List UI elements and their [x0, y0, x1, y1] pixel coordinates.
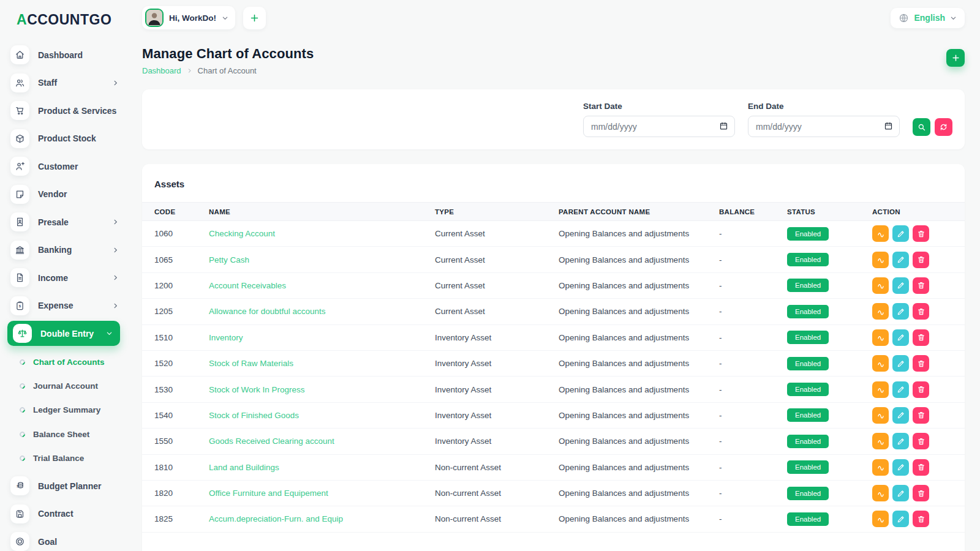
- sidebar-item-banking[interactable]: Banking: [0, 236, 130, 264]
- transactions-button[interactable]: [872, 485, 889, 501]
- edit-button[interactable]: [892, 407, 909, 424]
- parent-account-name: Opening Balances and adjustments: [559, 307, 719, 316]
- account-name-link[interactable]: Stock of Raw Materials: [209, 359, 293, 368]
- transactions-button[interactable]: [872, 407, 889, 424]
- sidebar-item-budget-planner[interactable]: $ Budget Planner: [0, 472, 130, 500]
- parent-account-name: Opening Balances and adjustments: [559, 489, 719, 498]
- trash-delete-icon: [917, 489, 925, 498]
- transactions-button[interactable]: [872, 252, 889, 268]
- trash-delete-icon: [917, 385, 925, 394]
- delete-button[interactable]: [913, 433, 929, 449]
- edit-button[interactable]: [892, 277, 909, 294]
- edit-button[interactable]: [892, 329, 909, 346]
- account-name-link[interactable]: Stock of Work In Progress: [209, 385, 305, 394]
- users-icon: [10, 73, 29, 92]
- transactions-button[interactable]: [872, 459, 889, 476]
- delete-button[interactable]: [913, 303, 929, 320]
- start-date-input[interactable]: [583, 116, 735, 137]
- account-type: Inventory Asset: [435, 385, 559, 394]
- sidebar-item-dashboard[interactable]: Dashboard: [0, 41, 130, 69]
- account-name-link[interactable]: Account Receivables: [209, 281, 286, 290]
- sidebar-subitem-balance-sheet[interactable]: Balance Sheet: [0, 422, 130, 446]
- sidebar-item-label: Budget Planner: [38, 481, 101, 491]
- sidebar-subitem-trial-balance[interactable]: Trial Balance: [0, 446, 130, 470]
- sidebar-item-presale[interactable]: Presale: [0, 208, 130, 236]
- end-date-input[interactable]: [748, 116, 900, 137]
- delete-button[interactable]: [913, 459, 929, 476]
- delete-button[interactable]: [913, 511, 929, 527]
- transactions-button[interactable]: [872, 303, 889, 320]
- account-name-link[interactable]: Goods Received Clearing account: [209, 437, 334, 446]
- delete-button[interactable]: [913, 407, 929, 424]
- sidebar-subitem-journal-account[interactable]: Journal Account: [0, 374, 130, 398]
- delete-button[interactable]: [913, 381, 929, 398]
- account-name-link[interactable]: Stock of Finished Goods: [209, 411, 299, 420]
- wave-transactions-icon: [876, 489, 885, 498]
- edit-button[interactable]: [892, 355, 909, 372]
- delete-button[interactable]: [913, 225, 929, 242]
- search-button[interactable]: [913, 118, 930, 136]
- sidebar-subitem-chart-of-accounts[interactable]: Chart of Accounts: [0, 350, 130, 374]
- sidebar-item-contract[interactable]: Contract: [0, 500, 130, 528]
- edit-button[interactable]: [892, 459, 909, 476]
- delete-button[interactable]: [913, 485, 929, 501]
- account-name-link[interactable]: Petty Cash: [209, 255, 249, 264]
- reset-button[interactable]: [935, 118, 952, 136]
- sidebar-item-expense[interactable]: $ Expense: [0, 292, 130, 320]
- sidebar-subitem-ledger-summary[interactable]: Ledger Summary: [0, 398, 130, 422]
- account-name-link[interactable]: Inventory: [209, 333, 243, 342]
- account-name-link[interactable]: Accum.depreciation-Furn. and Equip: [209, 514, 343, 523]
- edit-button[interactable]: [892, 485, 909, 501]
- edit-button[interactable]: [892, 252, 909, 268]
- sidebar-item-product-stock[interactable]: Product Stock: [0, 125, 130, 153]
- trash-delete-icon: [917, 437, 925, 446]
- account-code: 1200: [154, 281, 209, 290]
- edit-button[interactable]: [892, 303, 909, 320]
- status-badge: Enabled: [787, 357, 829, 370]
- edit-button[interactable]: [892, 225, 909, 242]
- edit-button[interactable]: [892, 381, 909, 398]
- transactions-button[interactable]: [872, 433, 889, 449]
- table-body: 1060 Checking Account Current Asset Open…: [142, 221, 965, 533]
- delete-button[interactable]: [913, 329, 929, 346]
- account-name-link[interactable]: Office Furniture and Equipement: [209, 489, 328, 498]
- edit-button[interactable]: [892, 433, 909, 449]
- chevron-right-icon: [112, 274, 119, 281]
- sidebar-item-goal[interactable]: Goal: [0, 528, 130, 551]
- user-menu[interactable]: Hi, WorkDo!: [142, 6, 235, 29]
- delete-button[interactable]: [913, 277, 929, 294]
- pencil-edit-icon: [897, 230, 905, 238]
- status-badge: Enabled: [787, 227, 829, 241]
- sidebar-item-product-services[interactable]: Product & Services: [0, 97, 130, 125]
- pencil-edit-icon: [897, 333, 905, 342]
- transactions-button[interactable]: [872, 355, 889, 372]
- breadcrumb-dashboard-link[interactable]: Dashboard: [142, 66, 181, 75]
- create-account-button[interactable]: [946, 49, 965, 67]
- bullet-icon: [18, 407, 26, 414]
- account-name-link[interactable]: Land and Buildings: [209, 463, 279, 472]
- account-code: 1550: [154, 437, 209, 446]
- transactions-button[interactable]: [872, 277, 889, 294]
- language-selector[interactable]: English: [891, 8, 965, 28]
- transactions-button[interactable]: [872, 329, 889, 346]
- account-name-link[interactable]: Allowance for doubtful accounts: [209, 307, 326, 316]
- sidebar-item-customer[interactable]: Customer: [0, 152, 130, 181]
- account-code: 1820: [154, 489, 209, 498]
- delete-button[interactable]: [913, 355, 929, 372]
- edit-button[interactable]: [892, 511, 909, 527]
- sidebar-item-staff[interactable]: Staff: [0, 69, 130, 97]
- table-row: 1510 Inventory Inventory Asset Opening B…: [142, 325, 965, 351]
- transactions-button[interactable]: [872, 511, 889, 527]
- quick-add-button[interactable]: [243, 7, 266, 29]
- transactions-button[interactable]: [872, 381, 889, 398]
- clipboard-dollar-icon: $: [10, 296, 29, 315]
- status-badge: Enabled: [787, 253, 829, 266]
- status-badge: Enabled: [787, 487, 829, 500]
- sidebar-item-vendor[interactable]: Vendor: [0, 181, 130, 209]
- account-type: Inventory Asset: [435, 333, 559, 342]
- sidebar-item-double-entry[interactable]: Double Entry: [7, 321, 120, 346]
- sidebar-item-income[interactable]: Income: [0, 264, 130, 292]
- account-name-link[interactable]: Checking Account: [209, 229, 275, 238]
- delete-button[interactable]: [913, 252, 929, 268]
- transactions-button[interactable]: [872, 225, 889, 242]
